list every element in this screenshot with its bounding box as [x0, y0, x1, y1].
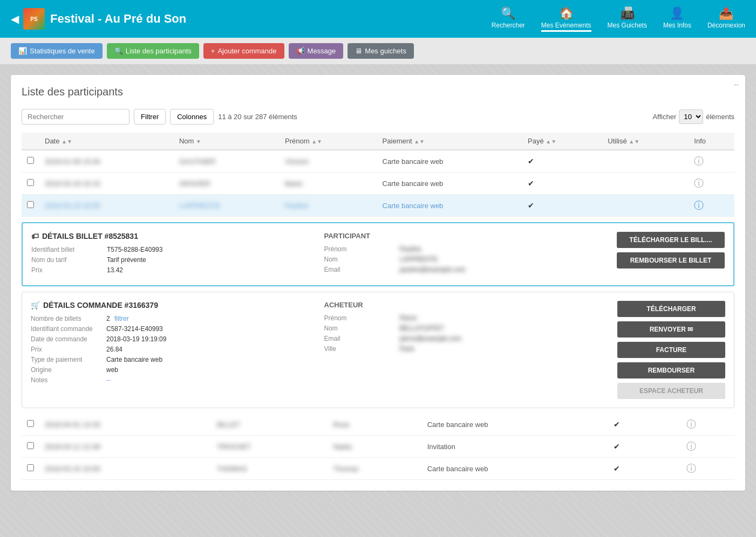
row-info[interactable]: ⓘ: [681, 436, 734, 458]
message-label: Message: [308, 47, 336, 55]
facture-button[interactable]: FACTURE: [617, 342, 725, 358]
row-checkbox[interactable]: [27, 201, 34, 208]
row-checkbox-cell[interactable]: [22, 173, 39, 195]
info-icon[interactable]: ⓘ: [694, 178, 704, 189]
th-paye[interactable]: Payé ▲▼: [522, 133, 602, 150]
nom-link[interactable]: LAPPRESTE: [179, 202, 221, 210]
row-info[interactable]: ⓘ: [681, 458, 734, 480]
sort-paiement-icon: ▲▼: [414, 139, 425, 144]
row-info[interactable]: ⓘ: [681, 414, 734, 436]
rembourser-button[interactable]: REMBOURSER: [617, 362, 725, 378]
paiement-link[interactable]: Carte bancaire web: [383, 202, 444, 210]
toolbar: 📊 Statistiques de vente 🔍 Liste des part…: [0, 38, 756, 64]
billet-actions: TÉLÉCHARGER LE BILL.... REMBOURSER LE BI…: [617, 232, 725, 277]
search-input[interactable]: [22, 109, 130, 125]
row-checkbox[interactable]: [27, 179, 34, 186]
cart-icon: 🛒: [31, 301, 40, 309]
row-date: 2018-03-15 10:00: [39, 458, 212, 480]
row-checkbox-cell[interactable]: [22, 195, 39, 217]
nav-mes-evenements[interactable]: 🏠 Mes Evénements: [541, 6, 591, 32]
info-icon[interactable]: ⓘ: [686, 419, 696, 430]
row-nom: BILLET: [212, 414, 328, 436]
row-prenom: Rose: [328, 414, 421, 436]
info-icon[interactable]: ⓘ: [694, 156, 704, 167]
row-paiement: Carte bancaire web: [377, 173, 522, 195]
billet-id-label: Identifiant billet: [31, 246, 101, 253]
billet-detail-inner: 🏷 DÉTAILS BILLET #8525831 Identifiant bi…: [31, 232, 725, 277]
filter-button[interactable]: Filtrer: [134, 109, 166, 125]
commande-detail-inner: 🛒 DÉTAILS COMMANDE #3166379 Nombre de bi…: [31, 301, 725, 399]
row-checkbox-cell[interactable]: [22, 414, 39, 436]
commande-id-value: C587-3214-E40993: [106, 325, 163, 333]
th-paiement[interactable]: Paiement ▲▼: [377, 133, 522, 150]
expand-icon[interactable]: ↔: [733, 80, 740, 88]
table-row: 2018-01-09 15:40 GAUTHIER Vincent Carte …: [22, 150, 734, 173]
megaphone-icon: 📢: [296, 47, 305, 55]
commande-detail-section: 🛒 DÉTAILS COMMANDE #3166379 Nombre de bi…: [22, 292, 734, 408]
row-checkbox[interactable]: [27, 464, 34, 471]
row-prenom: Pauline: [280, 195, 377, 217]
row-date: 2018-03-19 10:55: [39, 195, 174, 217]
info-icon-active[interactable]: ⓘ: [694, 200, 704, 211]
row-utilise: [653, 436, 681, 458]
telecharger-billet-button[interactable]: TÉLÉCHARGER LE BILL....: [617, 232, 725, 248]
add-commande-button[interactable]: + Ajouter commande: [203, 43, 284, 59]
rembourser-billet-button[interactable]: REMBOURSER LE BILLET: [617, 252, 725, 268]
th-utilise[interactable]: Utilisé ▲▼: [602, 133, 689, 150]
commande-date-label: Date de commande: [31, 335, 101, 343]
commande-field-notes: Notes --: [31, 376, 314, 384]
pagination-info: 11 à 20 sur 287 éléments: [218, 113, 648, 121]
message-button[interactable]: 📢 Message: [289, 43, 344, 59]
row-checkbox[interactable]: [27, 157, 34, 164]
row-checkbox[interactable]: [27, 442, 34, 449]
th-date[interactable]: Date ▲▼: [39, 133, 174, 150]
notes-link[interactable]: --: [106, 376, 111, 384]
row-nom: THOMAS: [212, 458, 328, 480]
nav-mes-guichets[interactable]: 📠 Mes Guichets: [608, 6, 647, 32]
row-checkbox[interactable]: [27, 420, 34, 427]
th-checkbox: [22, 133, 39, 150]
participants-button[interactable]: 🔍 Liste des participants: [107, 43, 199, 59]
participant-title: PARTICIPANT: [324, 232, 607, 240]
acheteur-ville-label: Ville: [324, 345, 394, 353]
page-title: Liste des participants: [22, 86, 734, 98]
logo: PS: [23, 8, 45, 30]
info-icon[interactable]: ⓘ: [686, 463, 696, 474]
th-nom[interactable]: Nom ▼: [174, 133, 280, 150]
nav-rechercher[interactable]: 🔍 Rechercher: [492, 6, 525, 32]
billet-field-id: Identifiant billet T575-8288-E40993: [31, 246, 314, 253]
acheteur-nom-value: BELLATUFFET: [400, 325, 444, 332]
acheteur-section: ACHETEUR Prénom Pierre Nom BELLATUFFET E…: [324, 301, 607, 399]
telecharger-button[interactable]: TÉLÉCHARGER: [617, 301, 725, 317]
participant-prenom: Prénom Pauline: [324, 245, 607, 253]
commande-field-type: Type de paiement Carte bancaire web: [31, 356, 314, 363]
participant-prenom-value: Pauline: [400, 245, 421, 253]
billet-tarif-value: Tarif prévente: [107, 256, 146, 264]
nav-deconnexion[interactable]: 📤 Déconnexion: [707, 6, 745, 32]
prenom-link[interactable]: Pauline: [285, 202, 308, 210]
row-paiement[interactable]: Carte bancaire web: [377, 195, 522, 217]
row-checkbox-cell[interactable]: [22, 150, 39, 173]
espace-acheteur-button[interactable]: ESPACE ACHETEUR: [617, 383, 725, 399]
commande-notes-label: Notes: [31, 376, 101, 384]
row-checkbox-cell[interactable]: [22, 436, 39, 458]
row-info[interactable]: ⓘ: [689, 173, 734, 195]
billet-tarif-label: Nom du tarif: [31, 256, 101, 264]
row-utilise: [602, 150, 689, 173]
back-button[interactable]: ◀: [11, 12, 19, 25]
row-info[interactable]: ⓘ: [689, 195, 734, 217]
nav-mes-infos[interactable]: 👤 Mes Infos: [663, 6, 691, 32]
search-icon: 🔍: [501, 6, 515, 20]
row-checkbox-cell[interactable]: [22, 458, 39, 480]
per-page-select[interactable]: 10 25 50: [679, 109, 703, 124]
commande-date-value: 2018-03-19 19:19:09: [106, 335, 166, 343]
guichets-button[interactable]: 🖥 Mes guichets: [348, 43, 414, 59]
row-info[interactable]: ⓘ: [689, 150, 734, 173]
columns-button[interactable]: Colonnes: [170, 109, 214, 125]
filtrer-link[interactable]: filtrer: [114, 315, 129, 322]
th-prenom[interactable]: Prénom ▲▼: [280, 133, 377, 150]
stats-button[interactable]: 📊 Statistiques de vente: [11, 43, 103, 59]
renvoyer-button[interactable]: RENVOYER ✉: [617, 321, 725, 338]
info-icon[interactable]: ⓘ: [686, 441, 696, 452]
guichets-icon: 📠: [620, 6, 635, 20]
